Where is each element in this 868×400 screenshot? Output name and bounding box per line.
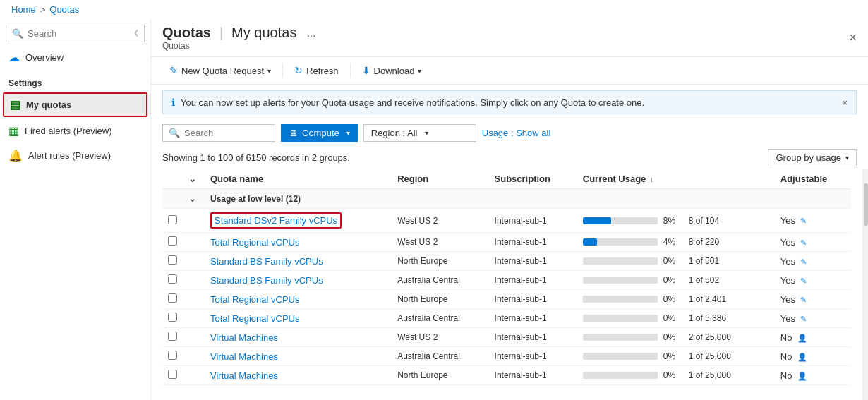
sort-asc-icon: ↓ [650, 176, 653, 183]
group-expand-icon[interactable]: ⌄ [188, 193, 196, 204]
quota-name-link[interactable]: Standard BS Family vCPUs [210, 256, 323, 267]
row-region-cell: Australia Central [392, 271, 488, 290]
sidebar-item-my-quotas[interactable]: ▤ My quotas [3, 92, 147, 117]
usage-percent: 0% [663, 275, 683, 285]
row-checkbox-cell[interactable] [162, 209, 183, 233]
row-checkbox[interactable] [168, 332, 177, 341]
row-checkbox-cell[interactable] [162, 347, 183, 366]
current-usage-header: Current Usage [583, 174, 646, 184]
edit-icon[interactable]: ✎ [800, 315, 807, 323]
quota-name-link[interactable]: Virtual Machines [210, 332, 278, 343]
person-icon[interactable]: 👤 [797, 334, 807, 342]
edit-icon[interactable]: ✎ [800, 277, 807, 285]
col-subscription[interactable]: Subscription [489, 169, 577, 189]
compute-dropdown[interactable]: 🖥 Compute ▾ [281, 124, 358, 142]
quota-name-link[interactable]: Standard DSv2 Family vCPUs [210, 212, 342, 229]
sidebar-search-input[interactable] [28, 28, 126, 39]
usage-filter-link[interactable]: Usage : Show all [482, 128, 551, 138]
person-icon[interactable]: 👤 [797, 353, 807, 361]
new-quota-chevron-icon: ▾ [267, 67, 271, 75]
col-current-usage[interactable]: Current Usage ↓ [577, 169, 775, 189]
progress-bar-wrap: 0% 1 of 5,386 [583, 313, 738, 323]
new-quota-request-button[interactable]: ✎ New Quota Request ▾ [162, 61, 278, 80]
col-region[interactable]: Region [392, 169, 488, 189]
download-button[interactable]: ⬇ Download ▾ [355, 61, 429, 80]
progress-bar-wrap: 0% 1 of 501 [583, 256, 738, 266]
sidebar-collapse-icon[interactable]: 《 [131, 28, 138, 39]
info-bar-close-icon[interactable]: × [842, 97, 848, 108]
sidebar-my-quotas-label: My quotas [26, 99, 71, 110]
usage-percent: 0% [663, 332, 683, 342]
progress-bar-fill [583, 238, 597, 246]
close-button[interactable]: × [849, 30, 857, 45]
breadcrumb: Home > Quotas [0, 0, 868, 19]
filter-search-box[interactable]: 🔍 [162, 124, 275, 142]
row-usage-cell: 0% 1 of 25,000 [577, 347, 775, 366]
quota-name-link[interactable]: Total Regional vCPUs [210, 313, 299, 324]
edit-icon[interactable]: ✎ [800, 257, 807, 266]
row-checkbox[interactable] [168, 215, 177, 224]
row-checkbox[interactable] [168, 351, 177, 360]
breadcrumb-home[interactable]: Home [11, 4, 36, 15]
row-usage-cell: 0% 2 of 25,000 [577, 328, 775, 347]
scrollbar[interactable] [862, 169, 868, 400]
row-checkbox[interactable] [168, 370, 177, 379]
table-scroll-area[interactable]: ⌄ Quota name Region Subscription [151, 169, 862, 400]
edit-icon[interactable]: ✎ [800, 217, 807, 225]
row-expand-cell [183, 252, 205, 271]
quota-name-link[interactable]: Virtual Machines [210, 370, 278, 381]
expand-all-icon[interactable]: ⌄ [188, 174, 196, 184]
sidebar-item-fired-alerts[interactable]: ▦ Fired alerts (Preview) [0, 119, 150, 143]
table-row: Standard DSv2 Family vCPUs West US 2 Int… [162, 209, 851, 233]
table-row: Virtual Machines West US 2 Internal-sub-… [162, 328, 851, 347]
quota-name-link[interactable]: Total Regional vCPUs [210, 294, 299, 305]
row-subscription-cell: Internal-sub-1 [489, 347, 577, 366]
filter-search-icon: 🔍 [169, 128, 180, 138]
scrollbar-thumb[interactable] [864, 183, 868, 226]
row-quota-name-cell: Standard BS Family vCPUs [205, 252, 392, 271]
compute-chevron-icon: ▾ [346, 129, 350, 137]
group-by-dropdown[interactable]: Group by usage ▾ [768, 149, 857, 166]
row-checkbox[interactable] [168, 236, 177, 246]
table-group-row[interactable]: ⌄ Usage at low level (12) [162, 189, 851, 209]
row-checkbox[interactable] [168, 313, 177, 322]
row-checkbox-cell[interactable] [162, 233, 183, 252]
quota-name-link[interactable]: Standard BS Family vCPUs [210, 275, 323, 286]
usage-percent: 8% [663, 216, 683, 226]
row-checkbox-cell[interactable] [162, 328, 183, 347]
adjustable-value: No [780, 351, 792, 362]
usage-percent: 0% [663, 351, 683, 361]
row-adjustable-cell: Yes ✎ [775, 309, 851, 328]
refresh-button[interactable]: ↻ Refresh [287, 61, 346, 80]
person-icon[interactable]: 👤 [797, 372, 807, 380]
quota-name-link[interactable]: Total Regional vCPUs [210, 237, 299, 248]
row-checkbox-cell[interactable] [162, 309, 183, 328]
col-adjustable[interactable]: Adjustable [775, 169, 851, 189]
adjustable-value: Yes [780, 237, 795, 248]
sidebar-item-alert-rules[interactable]: 🔔 Alert rules (Preview) [0, 143, 150, 168]
breadcrumb-current[interactable]: Quotas [49, 4, 79, 15]
row-checkbox-cell[interactable] [162, 252, 183, 271]
filter-search-input[interactable] [184, 128, 269, 138]
row-quota-name-cell: Virtual Machines [205, 328, 392, 347]
row-checkbox[interactable] [168, 293, 177, 303]
row-checkbox-cell[interactable] [162, 271, 183, 290]
row-checkbox[interactable] [168, 274, 177, 284]
edit-icon[interactable]: ✎ [800, 296, 807, 304]
row-checkbox[interactable] [168, 255, 177, 265]
title-line: Quotas | My quotas ... [162, 25, 843, 41]
more-options-icon[interactable]: ... [306, 27, 315, 40]
group-expand-cell[interactable]: ⌄ [183, 189, 205, 209]
progress-bar-wrap: 4% 8 of 220 [583, 237, 738, 247]
edit-icon[interactable]: ✎ [800, 238, 807, 247]
usage-count: 1 of 501 [689, 256, 738, 266]
adjustable-value: Yes [780, 313, 795, 324]
quota-name-link[interactable]: Virtual Machines [210, 351, 278, 362]
region-dropdown[interactable]: Region : All ▾ [363, 124, 476, 142]
col-quota-name[interactable]: Quota name [205, 169, 392, 189]
sidebar-item-overview[interactable]: ☁ Overview [0, 45, 150, 70]
page-header: Quotas | My quotas ... Quotas × [151, 19, 868, 57]
row-checkbox-cell[interactable] [162, 290, 183, 309]
row-checkbox-cell[interactable] [162, 366, 183, 385]
sidebar-search-box[interactable]: 🔍 《 [6, 25, 145, 42]
